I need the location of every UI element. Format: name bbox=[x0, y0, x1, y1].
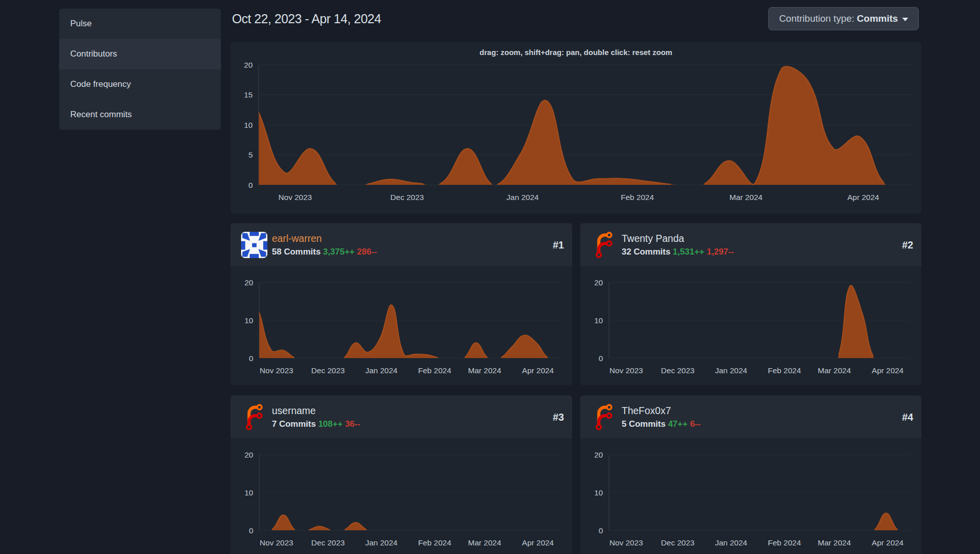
svg-text:Nov 2023: Nov 2023 bbox=[260, 538, 293, 547]
svg-text:Feb 2024: Feb 2024 bbox=[768, 366, 801, 375]
svg-text:Feb 2024: Feb 2024 bbox=[418, 366, 451, 375]
svg-text:Apr 2024: Apr 2024 bbox=[522, 366, 554, 375]
svg-text:0: 0 bbox=[598, 354, 603, 363]
svg-text:Mar 2024: Mar 2024 bbox=[729, 193, 763, 202]
svg-text:Jan 2024: Jan 2024 bbox=[365, 366, 398, 375]
svg-text:10: 10 bbox=[245, 488, 254, 497]
svg-text:0: 0 bbox=[249, 354, 253, 363]
svg-text:10: 10 bbox=[245, 316, 254, 325]
svg-text:5: 5 bbox=[248, 150, 253, 159]
svg-text:0: 0 bbox=[249, 526, 253, 535]
svg-text:Apr 2024: Apr 2024 bbox=[872, 538, 904, 547]
svg-text:Dec 2023: Dec 2023 bbox=[661, 538, 694, 547]
svg-text:Dec 2023: Dec 2023 bbox=[311, 538, 345, 547]
svg-text:10: 10 bbox=[244, 121, 253, 129]
svg-text:Mar 2024: Mar 2024 bbox=[818, 366, 851, 375]
svg-text:Nov 2023: Nov 2023 bbox=[260, 366, 293, 375]
svg-text:Apr 2024: Apr 2024 bbox=[522, 538, 554, 547]
svg-text:Dec 2023: Dec 2023 bbox=[390, 193, 424, 202]
svg-text:Dec 2023: Dec 2023 bbox=[311, 366, 345, 375]
svg-text:Jan 2024: Jan 2024 bbox=[506, 193, 539, 202]
svg-text:Feb 2024: Feb 2024 bbox=[621, 193, 654, 202]
svg-text:Jan 2024: Jan 2024 bbox=[715, 538, 748, 547]
svg-text:20: 20 bbox=[594, 278, 603, 287]
svg-text:Nov 2023: Nov 2023 bbox=[278, 193, 312, 202]
svg-text:20: 20 bbox=[594, 450, 603, 459]
svg-text:Nov 2023: Nov 2023 bbox=[610, 538, 643, 547]
svg-text:Jan 2024: Jan 2024 bbox=[715, 366, 748, 375]
svg-text:Nov 2023: Nov 2023 bbox=[610, 366, 643, 375]
svg-text:Feb 2024: Feb 2024 bbox=[768, 538, 801, 547]
svg-text:15: 15 bbox=[244, 90, 253, 99]
svg-text:Mar 2024: Mar 2024 bbox=[468, 538, 501, 547]
svg-text:20: 20 bbox=[245, 450, 254, 459]
svg-text:0: 0 bbox=[598, 526, 603, 535]
svg-text:Apr 2024: Apr 2024 bbox=[872, 366, 904, 375]
svg-text:Feb 2024: Feb 2024 bbox=[418, 538, 451, 547]
svg-text:20: 20 bbox=[245, 278, 254, 287]
svg-text:10: 10 bbox=[594, 316, 603, 325]
svg-text:0: 0 bbox=[248, 181, 253, 189]
svg-text:Mar 2024: Mar 2024 bbox=[468, 366, 501, 375]
svg-text:Dec 2023: Dec 2023 bbox=[661, 366, 694, 375]
svg-text:20: 20 bbox=[244, 61, 253, 69]
svg-text:Jan 2024: Jan 2024 bbox=[365, 538, 398, 547]
svg-text:10: 10 bbox=[594, 488, 603, 497]
svg-text:Apr 2024: Apr 2024 bbox=[848, 193, 879, 202]
svg-text:Mar 2024: Mar 2024 bbox=[818, 538, 851, 547]
